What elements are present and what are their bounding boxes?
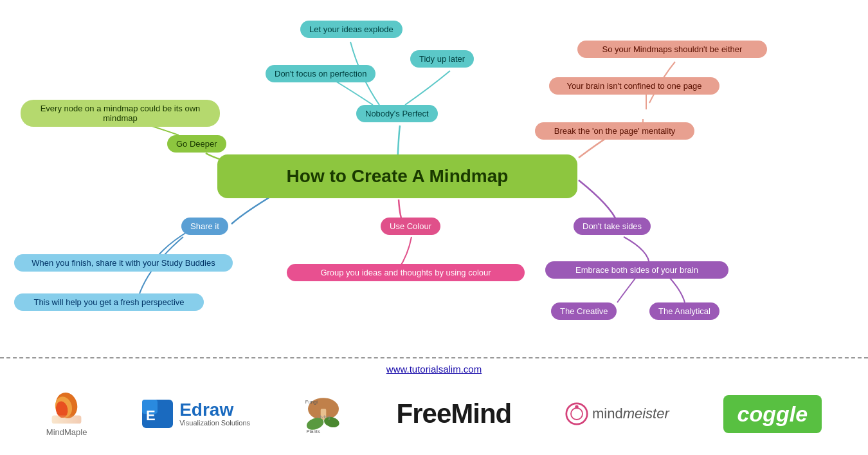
node-embrace-both: Embrace both sides of your brain [545, 261, 728, 279]
node-use-colour: Use Colour [381, 218, 440, 235]
node-the-analytical: The Analytical [649, 302, 719, 320]
svg-text:Plants: Plants [306, 429, 320, 434]
node-tidy-later: Tidy up later [410, 50, 474, 68]
logo-mindmeister: mindmeister [565, 388, 669, 440]
fungi-icon: Fungi Plants Living [304, 393, 343, 435]
node-fresh-perspective: This will help you get a fresh perspecti… [14, 293, 204, 311]
logo-freemind: FreeMind [397, 388, 512, 440]
footer-link-container: www.tutorialsalim.com [0, 358, 868, 378]
edraw-sub: Visualization Solutions [179, 419, 250, 427]
logo-edraw: E Edraw Visualization Solutions [141, 388, 250, 440]
svg-text:Fungi: Fungi [305, 398, 318, 404]
node-share-it: Share it [181, 218, 228, 235]
mindmeister-mind: mind [592, 405, 623, 422]
footer: www.tutorialsalim.com MindMaple [0, 357, 868, 455]
node-not-confined: Your brain isn't confined to one page [549, 77, 719, 95]
node-shouldnt-be-either: So your Mindmaps shouldn't be either [577, 41, 767, 58]
edraw-icon: E [141, 398, 174, 429]
edraw-name: Edraw [179, 401, 250, 419]
mindmap-area: How to Create A Mindmap Let your ideas e… [0, 0, 868, 357]
freemind-free: Free [397, 398, 451, 429]
freemind-text: FreeMind [397, 398, 512, 429]
coggle-text: coggle [723, 395, 822, 433]
freemind-mind: Mind [451, 398, 511, 429]
mindmeister-text: mindmeister [592, 405, 669, 422]
node-go-deeper: Go Deeper [167, 135, 226, 153]
footer-link[interactable]: www.tutorialsalim.com [386, 364, 482, 375]
mindmeister-icon [565, 402, 588, 425]
footer-logos: MindMaple E Edraw Visualization Solution… [0, 378, 868, 449]
svg-text:Living: Living [317, 413, 330, 419]
node-dont-focus: Don't focus on perfection [266, 65, 375, 82]
node-the-creative: The Creative [551, 302, 617, 320]
mindmaple-label: MindMaple [46, 427, 87, 437]
logo-mindmaple: MindMaple [46, 388, 87, 440]
node-every-node: Every node on a mindmap could be its own… [21, 100, 220, 127]
svg-point-15 [571, 408, 583, 420]
svg-rect-3 [52, 416, 82, 424]
node-dont-take-sides: Don't take sides [574, 218, 651, 235]
node-nobodys-perfect: Nobody's Perfect [356, 105, 438, 122]
node-group-ideas: Group you ideas and thoughts by using co… [287, 264, 525, 281]
svg-point-16 [575, 405, 578, 409]
node-let-ideas: Let your ideas explode [300, 21, 402, 38]
mindmeister-meister: meister [623, 405, 669, 422]
svg-text:E: E [146, 407, 156, 423]
logo-coggle: coggle [723, 388, 822, 440]
node-when-finish: When you finish, share it with your Stud… [14, 254, 233, 272]
logo-fungi: Fungi Plants Living [304, 388, 343, 440]
center-node: How to Create A Mindmap [217, 154, 577, 198]
node-break-mentality: Break the 'on the page' mentality [535, 122, 694, 140]
mindmaple-icon [49, 391, 84, 426]
